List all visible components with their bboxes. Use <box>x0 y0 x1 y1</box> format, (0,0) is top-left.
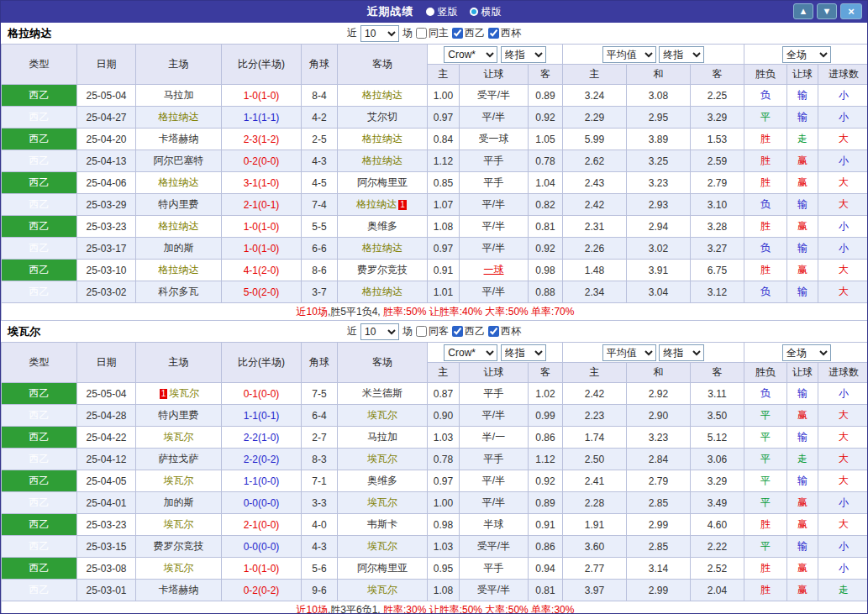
euro-away-odds-cell: 2.04 <box>691 580 744 601</box>
handicap-line-cell: 平手 <box>460 449 529 470</box>
layout-vertical-radio[interactable]: 竖版 <box>426 5 458 19</box>
match-row: 西乙25-03-08埃瓦尔1-0(1-0)5-6阿尔梅里亚0.95平手0.942… <box>2 558 868 580</box>
move-down-button[interactable]: ▼ <box>817 3 837 19</box>
euro-odds-controls: 平均值 终指 <box>563 45 744 65</box>
red-card-badge: 1 <box>398 200 407 210</box>
match-row: 西乙25-04-05埃瓦尔1-1(0-0)7-1奥维多0.97平/半0.922.… <box>2 470 868 492</box>
radio-label: 横版 <box>481 5 502 19</box>
handicap-line-cell: 受平/半 <box>460 580 529 601</box>
euro-home-odds-cell: 2.77 <box>563 558 627 580</box>
score-cell: 4-1(2-0) <box>222 260 302 281</box>
handicap-home-odds-cell: 0.98 <box>428 514 460 536</box>
euro-draw-odds-cell: 2.94 <box>627 216 691 238</box>
result-cell: 负 <box>744 194 787 216</box>
cup-checkbox[interactable] <box>488 28 499 39</box>
result-cell: 负 <box>744 85 787 107</box>
col-header-date: 日期 <box>77 343 136 383</box>
result-cell: 平 <box>744 405 787 427</box>
move-up-button[interactable]: ▲ <box>793 3 813 19</box>
cup-checkbox-label[interactable]: 西杯 <box>488 324 521 338</box>
handicap-home-odds-cell: 1.08 <box>428 580 460 601</box>
sub-header-goals-result: 进球数 <box>818 65 868 85</box>
same-venue-checkbox-label[interactable]: 同客 <box>416 324 449 338</box>
home-team-cell: 特内里费 <box>136 405 222 427</box>
league-checkbox[interactable] <box>452 326 463 337</box>
handicap-result-cell: 输 <box>787 536 818 558</box>
handicap-line-cell: 平/半 <box>460 281 529 303</box>
handicap-stage-select[interactable]: 终指 <box>501 344 546 361</box>
euro-average-select[interactable]: 平均值 <box>602 46 656 63</box>
bookmaker-select[interactable]: Crow* <box>444 46 497 63</box>
layout-horizontal-radio[interactable]: 横版 <box>470 5 502 19</box>
euro-home-odds-cell: 3.97 <box>563 580 627 601</box>
team-name: 埃瓦尔 <box>164 518 194 530</box>
same-venue-checkbox[interactable] <box>416 28 427 39</box>
match-count-select[interactable]: 10 <box>360 323 399 340</box>
goals-result-cell: 走 <box>818 580 868 601</box>
league-checkbox-label[interactable]: 西乙 <box>452 26 485 40</box>
corners-cell: 8-3 <box>302 449 338 470</box>
euro-away-odds-cell: 3.06 <box>691 449 744 470</box>
cup-checkbox-label[interactable]: 西杯 <box>488 26 521 40</box>
match-row: 西乙25-03-23埃瓦尔2-1(0-0)4-0韦斯卡0.98半球0.911.9… <box>2 514 868 536</box>
team-name: 韦斯卡 <box>367 518 397 530</box>
euro-stage-select[interactable]: 终指 <box>659 46 704 63</box>
cup-checkbox[interactable] <box>488 326 499 337</box>
handicap-away-odds-cell: 1.12 <box>529 449 563 470</box>
euro-away-odds-cell: 1.53 <box>691 129 744 150</box>
team-name: 米兰德斯 <box>362 387 402 399</box>
team-name: 费罗尔竞技 <box>357 264 408 276</box>
handicap-result-cell: 走 <box>787 449 818 470</box>
team-name: 埃瓦尔 <box>164 475 194 486</box>
result-cell: 负 <box>744 281 787 303</box>
titlebar-center: 近期战绩 竖版 横版 <box>1 4 867 19</box>
close-button[interactable]: × <box>840 3 862 19</box>
league-checkbox[interactable] <box>452 28 463 39</box>
handicap-away-odds-cell: 0.92 <box>529 470 563 492</box>
scope-controls: 全场 <box>744 343 868 363</box>
date-cell: 25-04-20 <box>77 129 136 150</box>
same-venue-checkbox[interactable] <box>416 326 427 337</box>
team-name: 马拉加 <box>367 431 397 443</box>
score-cell: 0-2(0-2) <box>222 580 302 601</box>
handicap-result-cell: 赢 <box>787 405 818 427</box>
col-header-home: 主场 <box>136 343 222 383</box>
euro-draw-odds-cell: 2.93 <box>627 194 691 216</box>
result-cell: 胜 <box>744 558 787 580</box>
euro-draw-odds-cell: 3.23 <box>627 172 691 194</box>
matches-label: 场 <box>402 26 413 40</box>
matches-label: 场 <box>402 324 413 338</box>
sub-header-handicap-line: 让球 <box>460 65 529 85</box>
section-header: 埃瓦尔 近 10 场 同客 西乙 西杯 <box>1 321 867 342</box>
home-team-cell: 马拉加 <box>136 85 222 107</box>
league-checkbox-label[interactable]: 西乙 <box>452 324 485 338</box>
euro-draw-odds-cell: 2.90 <box>627 405 691 427</box>
euro-away-odds-cell: 2.52 <box>691 558 744 580</box>
scope-select[interactable]: 全场 <box>782 46 831 63</box>
handicap-home-odds-cell: 0.95 <box>428 558 460 580</box>
handicap-home-odds-cell: 0.85 <box>428 172 460 194</box>
date-cell: 25-05-04 <box>77 383 136 405</box>
team-section-home: 格拉纳达 近 10 场 同主 西乙 西杯 <box>1 23 867 321</box>
filter-bar: 近 10 场 同客 西乙 西杯 <box>347 323 521 340</box>
sub-header-result: 胜负 <box>744 363 787 383</box>
handicap-line-cell: 受平/半 <box>460 536 529 558</box>
league-cell: 西乙 <box>2 107 77 129</box>
euro-average-select[interactable]: 平均值 <box>602 344 656 361</box>
match-count-select[interactable]: 10 <box>360 25 399 42</box>
league-cell: 西乙 <box>2 260 77 281</box>
euro-home-odds-cell: 2.26 <box>563 238 627 260</box>
match-row: 西乙25-04-06格拉纳达3-1(1-0)4-5阿尔梅里亚0.85平手1.04… <box>2 172 868 194</box>
euro-stage-select[interactable]: 终指 <box>659 344 704 361</box>
euro-home-odds-cell: 2.42 <box>563 194 627 216</box>
bookmaker-select[interactable]: Crow* <box>444 344 497 361</box>
scope-select[interactable]: 全场 <box>782 344 831 361</box>
col-header-score: 比分(半场) <box>222 343 302 383</box>
team-section-away: 埃瓦尔 近 10 场 同客 西乙 西杯 <box>1 321 867 614</box>
corners-cell: 4-3 <box>302 150 338 172</box>
league-cell: 西乙 <box>2 536 77 558</box>
away-team-cell: 费罗尔竞技 <box>338 260 428 281</box>
handicap-result-cell: 输 <box>787 194 818 216</box>
same-venue-checkbox-label[interactable]: 同主 <box>416 26 449 40</box>
handicap-stage-select[interactable]: 终指 <box>501 46 546 63</box>
